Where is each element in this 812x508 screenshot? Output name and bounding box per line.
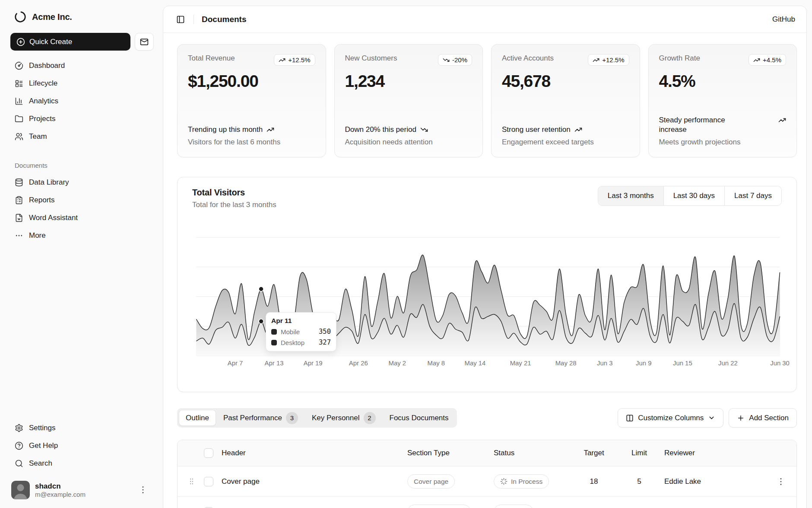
- sidebar-item-word-assistant[interactable]: Word Assistant: [10, 209, 154, 227]
- quick-create-button[interactable]: Quick Create: [10, 33, 130, 51]
- sidebar-item-label: Get Help: [29, 441, 58, 450]
- page-title: Documents: [202, 15, 246, 24]
- badge-value: +4.5%: [763, 56, 781, 64]
- limit-value[interactable]: 5: [618, 477, 661, 486]
- column-header-target: Target: [570, 449, 618, 457]
- help-circle-icon: [15, 441, 23, 450]
- trend-up-icon: [279, 57, 285, 64]
- stat-footer-title: Trending up this month: [188, 125, 263, 134]
- row-ellipsis-vertical-icon[interactable]: [776, 477, 786, 486]
- tab-outline[interactable]: Outline: [179, 410, 216, 426]
- tab-past-performance[interactable]: Past Performance3: [217, 410, 304, 426]
- app-root: Acme Inc. Quick Create DashboardLifecycl…: [0, 0, 812, 508]
- customize-columns-button[interactable]: Customize Columns: [618, 408, 723, 428]
- table-row: Cover pageCover pageIn Process185Eddie L…: [178, 466, 796, 497]
- time-range-toggle-group: Last 3 monthsLast 30 daysLast 7 days: [598, 186, 782, 206]
- svg-text:Jun 22: Jun 22: [718, 360, 738, 367]
- tab-label: Past Performance: [223, 414, 282, 422]
- sidebar-item-team[interactable]: Team: [10, 128, 154, 145]
- area-chart[interactable]: Apr 7Apr 13Apr 19Apr 26May 2May 8May 14M…: [194, 236, 782, 368]
- trend-up-icon: [778, 116, 786, 124]
- svg-text:Jun 9: Jun 9: [636, 360, 651, 367]
- trend-up-icon: [753, 57, 760, 64]
- add-section-button[interactable]: Add Section: [729, 408, 797, 428]
- range-option-last-7-days[interactable]: Last 7 days: [724, 186, 781, 205]
- reviewer-value[interactable]: Eddie Lake: [661, 477, 769, 486]
- svg-text:Apr 13: Apr 13: [265, 360, 284, 367]
- plus-icon: [737, 414, 745, 422]
- stat-value: 45,678: [502, 72, 629, 91]
- status-badge: Done: [494, 505, 533, 508]
- stat-value: $1,250.00: [188, 72, 315, 91]
- series-label: Desktop: [281, 339, 315, 346]
- user-menu-row[interactable]: shadcn m@example.com: [10, 479, 154, 501]
- users-icon: [15, 132, 23, 141]
- brand[interactable]: Acme Inc.: [10, 9, 154, 25]
- sidebar-item-analytics[interactable]: Analytics: [10, 92, 154, 110]
- tab-focus-documents[interactable]: Focus Documents: [383, 410, 455, 426]
- stat-card-active-accounts: Active Accounts+12.5%45,678Strong user r…: [491, 44, 640, 157]
- range-option-last-30-days[interactable]: Last 30 days: [663, 186, 724, 205]
- inbox-button[interactable]: [135, 33, 154, 51]
- clipboard-list-icon: [15, 196, 23, 204]
- stat-label: New Customers: [345, 54, 397, 63]
- main-panel: Documents GitHub Total Revenue+12.5%$1,2…: [163, 6, 807, 508]
- stat-label: Total Revenue: [188, 54, 235, 63]
- trend-up-icon: [574, 126, 582, 134]
- stat-footer-subtitle: Acquisition needs attention: [345, 138, 473, 147]
- grip-vertical-icon[interactable]: [187, 477, 196, 486]
- visitors-chart-card: Total Visitors Total for the last 3 mont…: [177, 177, 797, 392]
- github-link[interactable]: GitHub: [772, 15, 795, 24]
- sidebar-item-search[interactable]: Search: [10, 454, 154, 472]
- svg-text:May 8: May 8: [428, 360, 445, 367]
- sidebar-item-label: Dashboard: [29, 61, 65, 70]
- stat-footer-title: Down 20% this period: [345, 125, 416, 134]
- layout-list-icon: [15, 79, 23, 88]
- add-section-label: Add Section: [749, 414, 789, 422]
- sidebar-footer-nav: SettingsGet HelpSearch: [10, 419, 154, 472]
- trend-up-icon: [593, 57, 599, 64]
- avatar: [11, 481, 30, 499]
- stat-card-new-customers: New Customers-20%1,234Down 20% this peri…: [334, 44, 483, 157]
- target-value[interactable]: 18: [570, 477, 618, 486]
- svg-text:Jun 3: Jun 3: [597, 360, 612, 367]
- panel-left-icon: [176, 15, 185, 24]
- svg-text:Jun 15: Jun 15: [673, 360, 692, 367]
- trend-badge: +12.5%: [274, 54, 315, 66]
- topbar-separator: [193, 15, 194, 24]
- sidebar-item-projects[interactable]: Projects: [10, 110, 154, 128]
- trend-badge: +12.5%: [588, 54, 629, 66]
- mail-icon: [140, 38, 149, 46]
- folder-icon: [15, 115, 23, 123]
- column-header-header: Header: [218, 449, 404, 457]
- range-option-last-3-months[interactable]: Last 3 months: [598, 186, 663, 205]
- svg-text:May 14: May 14: [465, 360, 486, 367]
- sidebar-toggle-button[interactable]: [173, 12, 188, 27]
- row-checkbox[interactable]: [204, 477, 213, 486]
- acme-logo-icon: [14, 10, 27, 23]
- table-header-row: HeaderSection TypeStatusTargetLimitRevie…: [178, 440, 796, 466]
- sidebar-item-data-library[interactable]: Data Library: [10, 173, 154, 191]
- user-ellipsis-vertical-icon[interactable]: [138, 485, 148, 495]
- select-all-checkbox[interactable]: [204, 448, 213, 458]
- column-header-limit: Limit: [618, 449, 661, 457]
- svg-text:Jun 30: Jun 30: [770, 360, 790, 367]
- sidebar-item-reports[interactable]: Reports: [10, 191, 154, 209]
- column-header-section-type: Section Type: [404, 449, 490, 457]
- trend-badge: -20%: [438, 54, 472, 66]
- sections-table: HeaderSection TypeStatusTargetLimitRevie…: [177, 440, 797, 508]
- trend-down-icon: [443, 57, 450, 64]
- table-row: Table of contentsTable of contentsDone29…: [178, 497, 796, 508]
- tooltip-row: Mobile350: [271, 328, 331, 335]
- sidebar-item-get-help[interactable]: Get Help: [10, 437, 154, 454]
- sidebar-item-settings[interactable]: Settings: [10, 419, 154, 437]
- sidebar-item-more[interactable]: More: [10, 227, 154, 244]
- sidebar-item-dashboard[interactable]: Dashboard: [10, 57, 154, 74]
- sidebar-item-lifecycle[interactable]: Lifecycle: [10, 74, 154, 92]
- svg-text:May 2: May 2: [388, 360, 406, 367]
- sidebar-item-label: Settings: [29, 424, 55, 432]
- brand-name: Acme Inc.: [32, 12, 72, 22]
- row-header-link[interactable]: Cover page: [222, 477, 260, 486]
- tab-key-personnel[interactable]: Key Personnel2: [305, 410, 382, 426]
- sidebar-section-label: Documents: [10, 162, 154, 169]
